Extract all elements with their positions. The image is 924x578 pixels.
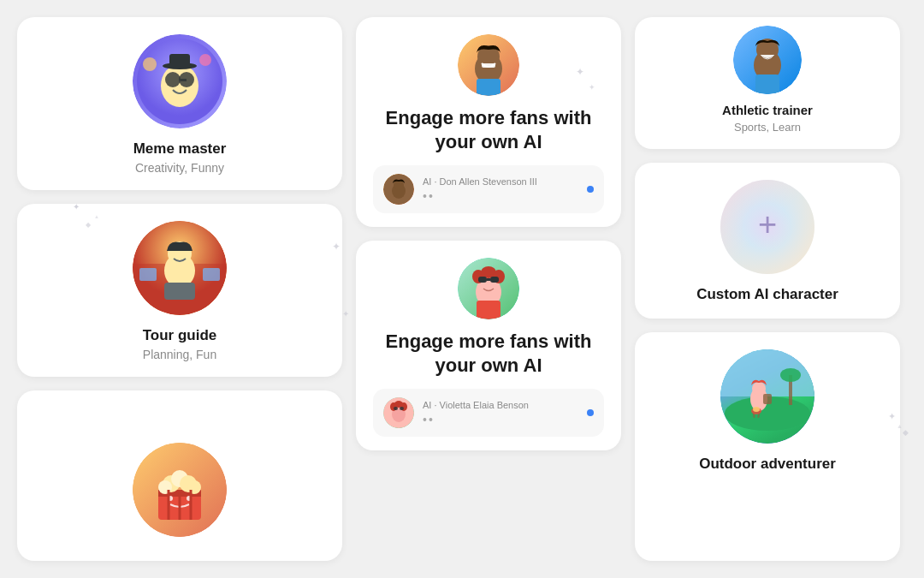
promo2-footer-dots: •• [423,413,578,426]
meme-master-title: Meme master [133,140,227,158]
tour-guide-title: Tour guide [143,327,217,344]
promo-card-1[interactable]: Engage more fans with your own AI AI · D… [356,17,621,227]
promo2-footer-info: AI · Violetta Elaia Benson •• [423,400,578,426]
tour-guide-subtitle: Planning, Fun [143,348,216,361]
svg-rect-42 [482,63,495,68]
meme-master-card[interactable]: Meme master Creativity, Funny [17,17,342,190]
svg-rect-65 [400,407,404,410]
promo2-title: Engage more fans with your own AI [373,330,604,377]
svg-rect-73 [720,349,814,396]
promo1-status-dot [587,186,594,193]
svg-rect-64 [394,407,398,410]
promo1-footer: AI · Don Allen Stevenson III •• [373,165,604,213]
svg-point-33 [187,480,201,494]
promo1-avatar [458,34,519,96]
svg-point-12 [165,72,181,87]
popcorn-card[interactable] [17,390,342,561]
svg-rect-55 [490,277,499,283]
promo2-footer-label: AI · Violetta Elaia Benson [423,400,578,410]
promo2-footer-avatar [383,397,414,428]
main-grid: Meme master Creativity, Funny [0,0,924,578]
svg-rect-25 [203,268,220,281]
svg-rect-54 [478,277,487,283]
svg-point-11 [161,64,198,107]
svg-point-76 [780,368,801,382]
svg-rect-57 [477,301,500,319]
svg-point-18 [199,54,211,66]
svg-point-32 [158,480,172,494]
svg-rect-24 [139,268,157,281]
athletic-trainer-card[interactable]: Athletic trainer Sports, Learn [635,17,900,149]
promo1-footer-info: AI · Don Allen Stevenson III •• [423,176,578,203]
column-3: Athletic trainer Sports, Learn + [635,17,900,561]
svg-rect-16 [169,54,190,68]
svg-point-78 [752,382,766,396]
athletic-trainer-subtitle: Sports, Learn [734,121,801,134]
promo1-footer-avatar [383,174,414,205]
svg-rect-23 [164,283,195,300]
promo2-footer: AI · Violetta Elaia Benson •• [373,389,604,437]
promo-card-2[interactable]: Engage more fans with your own AI [356,241,621,450]
column-2: Engage more fans with your own AI AI · D… [356,17,621,561]
custom-ai-circle: + [720,180,814,274]
svg-text:+: + [758,206,777,242]
athletic-trainer-avatar [733,26,802,94]
svg-rect-56 [487,278,490,281]
svg-rect-14 [181,79,187,81]
popcorn-avatar [133,443,227,537]
svg-rect-69 [755,74,779,94]
meme-master-avatar [133,34,227,128]
outdoor-adventurer-card[interactable]: Outdoor adventurer [635,332,900,561]
promo2-avatar [458,258,519,319]
tour-guide-card[interactable]: Tour guide Planning, Fun [17,204,342,377]
promo1-title: Engage more fans with your own AI [373,106,604,153]
athletic-trainer-title: Athletic trainer [722,103,813,117]
svg-point-17 [143,57,157,71]
meme-master-subtitle: Creativity, Funny [135,161,224,175]
svg-point-83 [753,407,760,412]
outdoor-adventurer-avatar [720,349,814,444]
custom-ai-card[interactable]: + Custom AI character [635,163,900,319]
svg-rect-43 [477,79,500,96]
promo2-status-dot [587,409,594,416]
promo1-footer-dots: •• [423,189,578,203]
tour-guide-avatar [133,221,227,315]
custom-ai-title: Custom AI character [696,286,838,303]
column-1: Meme master Creativity, Funny [17,17,342,561]
outdoor-adventurer-title: Outdoor adventurer [699,456,836,473]
promo1-footer-label: AI · Don Allen Stevenson III [423,176,578,187]
svg-rect-79 [763,394,772,404]
